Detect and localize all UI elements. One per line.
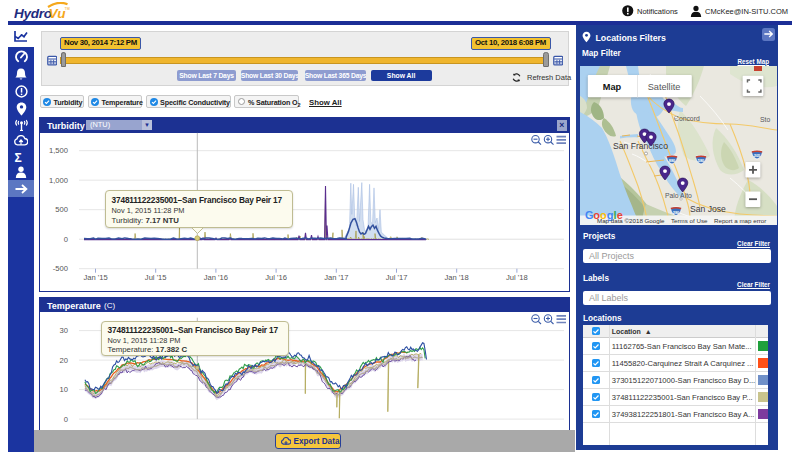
svg-text:Report a map error: Report a map error xyxy=(714,217,766,224)
svg-text:1,500: 1,500 xyxy=(49,146,68,155)
svg-text:Jul '15: Jul '15 xyxy=(145,272,167,281)
svg-text:TM: TM xyxy=(65,7,70,11)
svg-text:0: 0 xyxy=(64,415,68,424)
svg-text:Satellite: Satellite xyxy=(648,82,681,92)
svg-text:Jul '17: Jul '17 xyxy=(386,272,408,281)
svg-text:Jan '17: Jan '17 xyxy=(324,272,348,281)
svg-text:10: 10 xyxy=(60,386,68,395)
svg-text:Map: Map xyxy=(603,82,622,92)
svg-text:20: 20 xyxy=(60,356,68,365)
svg-text:G: G xyxy=(585,209,593,221)
svg-text:500: 500 xyxy=(55,205,68,214)
svg-text:580: 580 xyxy=(698,158,705,163)
svg-text:30: 30 xyxy=(60,327,68,336)
svg-text:Map data ©2018 Google: Map data ©2018 Google xyxy=(597,217,665,224)
svg-text:Jan '18: Jan '18 xyxy=(445,272,469,281)
svg-text:San Francisco: San Francisco xyxy=(613,141,668,151)
svg-text:Concord: Concord xyxy=(674,115,700,122)
svg-text:-500: -500 xyxy=(53,264,68,273)
svg-text:205: 205 xyxy=(754,153,761,158)
svg-text:Jul '18: Jul '18 xyxy=(506,272,528,281)
svg-text:0: 0 xyxy=(64,234,68,243)
svg-text:Hydro: Hydro xyxy=(14,6,52,21)
svg-text:880: 880 xyxy=(669,158,676,163)
svg-text:Jan '16: Jan '16 xyxy=(204,272,228,281)
svg-text:Sto: Sto xyxy=(760,116,770,123)
svg-text:Jan '15: Jan '15 xyxy=(83,272,107,281)
svg-text:Terms of Use: Terms of Use xyxy=(671,217,708,224)
svg-text:280: 280 xyxy=(673,210,680,215)
svg-text:Palo Alto: Palo Alto xyxy=(665,192,692,199)
svg-text:San Jose: San Jose xyxy=(690,204,726,214)
svg-text:Jul '16: Jul '16 xyxy=(265,272,287,281)
svg-text:1,000: 1,000 xyxy=(49,175,68,184)
